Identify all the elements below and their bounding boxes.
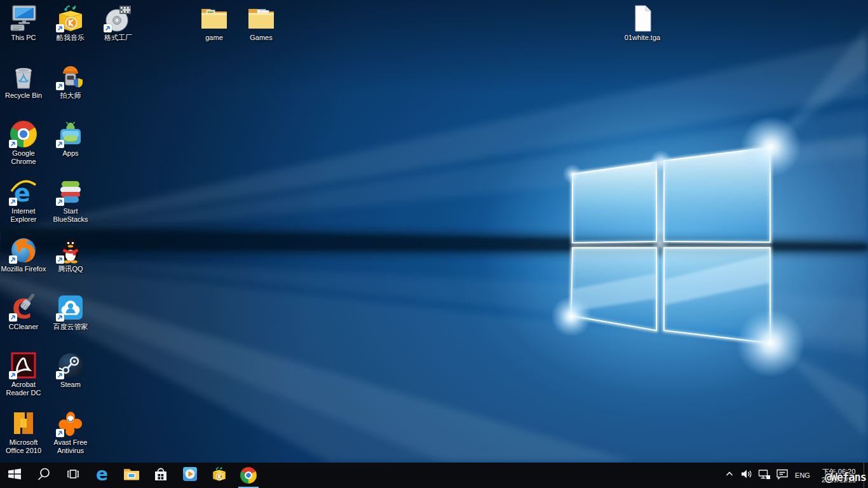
network-button[interactable] [756, 463, 773, 488]
desktop-icon-microsoft-office[interactable]: Microsoft Office 2010 [0, 409, 47, 455]
tray-overflow-button[interactable] [721, 463, 738, 488]
media-player-button[interactable] [175, 463, 205, 488]
bluestacks-apps-icon [55, 119, 86, 149]
store-icon [153, 466, 169, 485]
desktop-icon-label: Start BlueStacks [47, 207, 94, 224]
desktop-icon-google-chrome[interactable]: Google Chrome [0, 119, 47, 166]
shortcut-arrow-icon [9, 140, 17, 148]
edge-button[interactable]: e [88, 463, 117, 488]
shortcut-arrow-icon [56, 429, 64, 437]
desktop-icon-start-bluestacks[interactable]: Start BlueStacks [47, 177, 94, 224]
chevron-up-icon [724, 469, 735, 482]
steam-icon [55, 351, 86, 380]
desktop-icon-kuwo-music[interactable]: 酷我音乐 [47, 4, 94, 42]
desktop-icon-baidu-cloud[interactable]: 百度云管家 [47, 293, 94, 331]
volume-icon [740, 469, 753, 482]
action-center-icon [776, 468, 789, 482]
desktop-icon-apps[interactable]: Apps [47, 119, 94, 158]
desktop-icon-games-folder[interactable]: Games [238, 4, 285, 42]
action-center-button[interactable] [773, 463, 791, 488]
desktop-icon-avast[interactable]: Avast Free Antivirus [47, 409, 94, 455]
shortcut-arrow-icon [56, 82, 64, 90]
bluestacks-icon [55, 177, 86, 207]
desktop-icon-label: Recycle Bin [5, 92, 42, 100]
desktop-icon-label: Internet Explorer [0, 207, 47, 224]
store-button[interactable] [146, 463, 175, 488]
tga-file-icon [627, 4, 658, 33]
search-icon [36, 466, 51, 484]
desktop-icon-01white-tga[interactable]: 01white.tga [619, 4, 666, 42]
desktop-icon-label: Avast Free Antivirus [47, 438, 94, 455]
desktop-icon-acrobat-reader[interactable]: Acrobat Reader DC [0, 351, 47, 397]
file-explorer-button[interactable] [117, 463, 146, 488]
shortcut-arrow-icon [56, 255, 64, 264]
start-icon [7, 466, 22, 484]
desktop-icon-tencent-qq[interactable]: 腾讯QQ [47, 235, 94, 273]
desktop-icon-label: CCleaner [9, 323, 38, 331]
desktop-icon-ccleaner[interactable]: C CCleaner [0, 293, 47, 331]
windows-logo-wallpaper [0, 0, 868, 463]
firefox-icon [8, 235, 39, 264]
watermark: @Wefans [825, 471, 866, 484]
shortcut-arrow-icon [9, 198, 17, 206]
kuwo-music-icon [55, 4, 86, 33]
shortcut-arrow-icon [56, 371, 64, 379]
desktop-icon-recycle-bin[interactable]: Recycle Bin [0, 62, 47, 100]
start-button[interactable] [0, 463, 29, 488]
taskbar: e [0, 463, 868, 488]
this-pc-icon [8, 4, 39, 33]
shortcut-arrow-icon [56, 24, 64, 32]
desktop-icon-label: Apps [62, 149, 78, 158]
shortcut-arrow-icon [56, 198, 64, 206]
internet-explorer-icon: e [8, 177, 39, 207]
desktop-icon-steam[interactable]: Steam [47, 351, 94, 389]
folder-game-icon [199, 4, 229, 33]
media-player-icon [182, 466, 198, 485]
acrobat-reader-icon [8, 351, 39, 380]
search-button[interactable] [29, 463, 58, 488]
shortcut-arrow-icon [56, 140, 64, 148]
chrome-icon [8, 119, 39, 149]
kuwo-music-button[interactable] [205, 463, 234, 488]
folder-games-icon [246, 4, 276, 33]
desktop-icon-label: This PC [11, 34, 36, 42]
desktop-icon-game-folder[interactable]: game [191, 4, 238, 42]
format-factory-icon [103, 4, 133, 33]
desktop-icon-label: Mozilla Firefox [1, 265, 46, 273]
edge-icon: e [93, 465, 111, 485]
desktop-icon-label: Google Chrome [0, 149, 47, 166]
task-view-icon [65, 466, 81, 484]
baidu-cloud-icon [55, 293, 86, 322]
recycle-bin-icon [8, 62, 39, 91]
desktop-icon-label: 百度云管家 [53, 323, 88, 331]
kuwo-music-icon [211, 466, 227, 485]
desktop-icon-format-factory[interactable]: 格式工厂 [95, 4, 142, 42]
chrome-taskbar-button[interactable] [234, 463, 263, 488]
shortcut-arrow-icon [9, 313, 17, 322]
network-icon [758, 469, 771, 482]
language-indicator[interactable]: ENG [791, 463, 814, 488]
desktop-icon-label: Steam [60, 381, 81, 389]
desktop-icon-label: 腾讯QQ [58, 265, 83, 273]
desktop-icon-label: 格式工厂 [104, 34, 132, 42]
desktop-icon-paidashi[interactable]: 拍大师 [47, 62, 94, 100]
svg-text:e: e [96, 465, 108, 483]
volume-button[interactable] [738, 463, 756, 488]
avast-icon [55, 409, 86, 438]
chrome-icon [240, 467, 257, 484]
file-explorer-icon [123, 466, 140, 485]
task-view-button[interactable] [58, 463, 88, 488]
desktop-icon-mozilla-firefox[interactable]: Mozilla Firefox [0, 235, 47, 273]
desktop-icon-label: 酷我音乐 [57, 34, 85, 42]
desktop-icon-this-pc[interactable]: This PC [0, 4, 47, 42]
shortcut-arrow-icon [9, 371, 17, 379]
desktop-icon-label: Acrobat Reader DC [0, 381, 47, 397]
desktop-icon-internet-explorer[interactable]: e Internet Explorer [0, 177, 47, 224]
qq-icon [55, 235, 86, 264]
ms-office-icon [8, 409, 39, 438]
desktop-icon-label: Games [250, 34, 272, 42]
shortcut-arrow-icon [9, 255, 17, 264]
desktop-icon-label: 拍大师 [60, 92, 81, 100]
shortcut-arrow-icon [56, 313, 64, 322]
desktop-icon-label: Microsoft Office 2010 [0, 438, 47, 455]
